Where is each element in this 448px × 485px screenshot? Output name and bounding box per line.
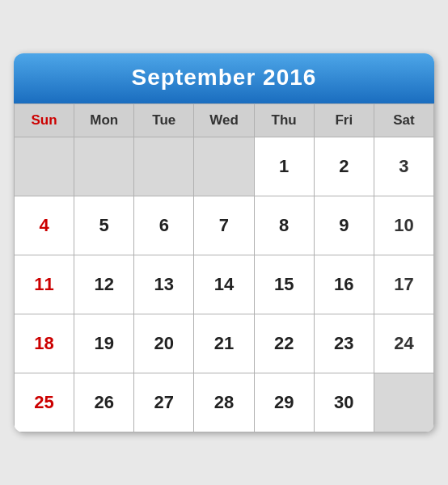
day-1[interactable]: 1 [255,137,314,196]
day-3[interactable]: 3 [374,137,433,196]
day-12[interactable]: 12 [74,255,133,314]
empty-cell-0-3 [194,137,253,196]
day-28[interactable]: 28 [194,373,253,432]
day-8[interactable]: 8 [255,196,314,255]
day-header-wed: Wed [194,104,253,137]
day-2[interactable]: 2 [315,137,374,196]
day-11[interactable]: 11 [15,255,74,314]
day-26[interactable]: 26 [74,373,133,432]
day-19[interactable]: 19 [74,314,133,373]
day-header-mon: Mon [74,104,133,137]
day-header-fri: Fri [315,104,374,137]
calendar-title: September 2016 [132,65,317,90]
empty-cell-0-2 [134,137,193,196]
day-18[interactable]: 18 [15,314,74,373]
day-14[interactable]: 14 [194,255,253,314]
day-29[interactable]: 29 [255,373,314,432]
day-13[interactable]: 13 [134,255,193,314]
day-16[interactable]: 16 [315,255,374,314]
day-15[interactable]: 15 [255,255,314,314]
day-27[interactable]: 27 [134,373,193,432]
day-4[interactable]: 4 [15,196,74,255]
calendar-grid: SunMonTueWedThuFriSat1234567891011121314… [14,103,434,432]
day-21[interactable]: 21 [194,314,253,373]
day-9[interactable]: 9 [315,196,374,255]
day-17[interactable]: 17 [374,255,433,314]
day-header-sat: Sat [374,104,433,137]
day-5[interactable]: 5 [74,196,133,255]
day-header-tue: Tue [134,104,193,137]
day-7[interactable]: 7 [194,196,253,255]
empty-cell-0-1 [74,137,133,196]
day-30[interactable]: 30 [315,373,374,432]
day-22[interactable]: 22 [255,314,314,373]
day-20[interactable]: 20 [134,314,193,373]
empty-cell-4-6 [374,373,433,432]
day-10[interactable]: 10 [374,196,433,255]
day-23[interactable]: 23 [315,314,374,373]
day-24[interactable]: 24 [374,314,433,373]
day-25[interactable]: 25 [15,373,74,432]
calendar-header: September 2016 [14,53,434,103]
day-header-sun: Sun [15,104,74,137]
calendar: September 2016 SunMonTueWedThuFriSat1234… [14,53,434,432]
day-header-thu: Thu [255,104,314,137]
day-6[interactable]: 6 [134,196,193,255]
empty-cell-0-0 [15,137,74,196]
